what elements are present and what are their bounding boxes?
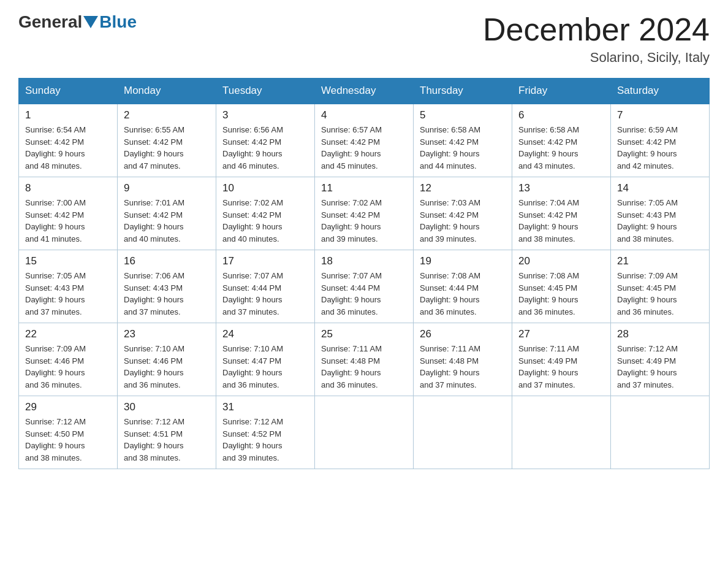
calendar-header-row: SundayMondayTuesdayWednesdayThursdayFrid… bbox=[19, 79, 710, 104]
page-header: General Blue December 2024 Solarino, Sic… bbox=[18, 12, 710, 66]
calendar-day-header: Sunday bbox=[19, 79, 118, 104]
calendar-day-cell: 16Sunrise: 7:06 AMSunset: 4:43 PMDayligh… bbox=[118, 250, 216, 323]
calendar-day-cell: 27Sunrise: 7:11 AMSunset: 4:49 PMDayligh… bbox=[512, 323, 611, 396]
calendar-day-cell: 5Sunrise: 6:58 AMSunset: 4:42 PMDaylight… bbox=[414, 104, 512, 177]
day-number: 30 bbox=[124, 401, 210, 413]
day-info: Sunrise: 7:05 AMSunset: 4:43 PMDaylight:… bbox=[25, 270, 111, 318]
day-info: Sunrise: 7:05 AMSunset: 4:43 PMDaylight:… bbox=[617, 197, 703, 245]
month-title: December 2024 bbox=[483, 12, 710, 47]
calendar-day-header: Friday bbox=[512, 79, 611, 104]
day-number: 25 bbox=[321, 328, 407, 340]
day-number: 16 bbox=[124, 255, 210, 267]
day-number: 19 bbox=[420, 255, 506, 267]
logo-triangle-icon bbox=[83, 16, 98, 28]
calendar-day-cell: 19Sunrise: 7:08 AMSunset: 4:44 PMDayligh… bbox=[414, 250, 512, 323]
day-number: 9 bbox=[124, 182, 210, 194]
day-info: Sunrise: 7:04 AMSunset: 4:42 PMDaylight:… bbox=[518, 197, 604, 245]
calendar-day-cell: 21Sunrise: 7:09 AMSunset: 4:45 PMDayligh… bbox=[611, 250, 710, 323]
day-number: 14 bbox=[617, 182, 703, 194]
day-info: Sunrise: 7:09 AMSunset: 4:46 PMDaylight:… bbox=[25, 343, 111, 391]
calendar-day-cell bbox=[512, 396, 611, 469]
day-info: Sunrise: 7:08 AMSunset: 4:45 PMDaylight:… bbox=[518, 270, 604, 318]
calendar-day-cell: 9Sunrise: 7:01 AMSunset: 4:42 PMDaylight… bbox=[118, 177, 216, 250]
day-number: 17 bbox=[222, 255, 308, 267]
day-number: 28 bbox=[617, 328, 703, 340]
day-number: 27 bbox=[518, 328, 604, 340]
calendar-day-cell: 6Sunrise: 6:58 AMSunset: 4:42 PMDaylight… bbox=[512, 104, 611, 177]
day-info: Sunrise: 7:02 AMSunset: 4:42 PMDaylight:… bbox=[321, 197, 407, 245]
calendar-day-cell: 3Sunrise: 6:56 AMSunset: 4:42 PMDaylight… bbox=[216, 104, 315, 177]
calendar-day-header: Thursday bbox=[414, 79, 512, 104]
day-info: Sunrise: 7:03 AMSunset: 4:42 PMDaylight:… bbox=[420, 197, 506, 245]
calendar-day-header: Tuesday bbox=[216, 79, 315, 104]
day-info: Sunrise: 7:12 AMSunset: 4:51 PMDaylight:… bbox=[124, 416, 210, 464]
calendar-day-cell: 24Sunrise: 7:10 AMSunset: 4:47 PMDayligh… bbox=[216, 323, 315, 396]
calendar-day-cell: 11Sunrise: 7:02 AMSunset: 4:42 PMDayligh… bbox=[315, 177, 414, 250]
calendar-day-cell bbox=[315, 396, 414, 469]
day-number: 29 bbox=[25, 401, 111, 413]
day-info: Sunrise: 7:12 AMSunset: 4:52 PMDaylight:… bbox=[222, 416, 308, 464]
day-info: Sunrise: 6:58 AMSunset: 4:42 PMDaylight:… bbox=[518, 124, 604, 172]
calendar-day-cell: 10Sunrise: 7:02 AMSunset: 4:42 PMDayligh… bbox=[216, 177, 315, 250]
calendar-day-cell: 23Sunrise: 7:10 AMSunset: 4:46 PMDayligh… bbox=[118, 323, 216, 396]
day-number: 22 bbox=[25, 328, 111, 340]
day-number: 6 bbox=[518, 109, 604, 121]
calendar-day-cell: 1Sunrise: 6:54 AMSunset: 4:42 PMDaylight… bbox=[19, 104, 118, 177]
logo-blue-text: Blue bbox=[99, 12, 137, 32]
calendar-day-cell: 12Sunrise: 7:03 AMSunset: 4:42 PMDayligh… bbox=[414, 177, 512, 250]
day-info: Sunrise: 7:02 AMSunset: 4:42 PMDaylight:… bbox=[222, 197, 308, 245]
day-number: 5 bbox=[420, 109, 506, 121]
day-info: Sunrise: 7:07 AMSunset: 4:44 PMDaylight:… bbox=[222, 270, 308, 318]
day-number: 4 bbox=[321, 109, 407, 121]
calendar-day-cell: 15Sunrise: 7:05 AMSunset: 4:43 PMDayligh… bbox=[19, 250, 118, 323]
day-number: 31 bbox=[222, 401, 308, 413]
calendar-day-cell: 13Sunrise: 7:04 AMSunset: 4:42 PMDayligh… bbox=[512, 177, 611, 250]
calendar-day-cell: 17Sunrise: 7:07 AMSunset: 4:44 PMDayligh… bbox=[216, 250, 315, 323]
day-number: 18 bbox=[321, 255, 407, 267]
day-info: Sunrise: 7:10 AMSunset: 4:47 PMDaylight:… bbox=[222, 343, 308, 391]
day-info: Sunrise: 7:11 AMSunset: 4:49 PMDaylight:… bbox=[518, 343, 604, 391]
day-number: 7 bbox=[617, 109, 703, 121]
calendar-day-cell: 31Sunrise: 7:12 AMSunset: 4:52 PMDayligh… bbox=[216, 396, 315, 469]
day-info: Sunrise: 6:57 AMSunset: 4:42 PMDaylight:… bbox=[321, 124, 407, 172]
location-subtitle: Solarino, Sicily, Italy bbox=[483, 50, 710, 66]
day-number: 21 bbox=[617, 255, 703, 267]
calendar-day-cell: 28Sunrise: 7:12 AMSunset: 4:49 PMDayligh… bbox=[611, 323, 710, 396]
day-number: 15 bbox=[25, 255, 111, 267]
calendar-day-cell: 29Sunrise: 7:12 AMSunset: 4:50 PMDayligh… bbox=[19, 396, 118, 469]
day-info: Sunrise: 6:56 AMSunset: 4:42 PMDaylight:… bbox=[222, 124, 308, 172]
calendar-week-row: 15Sunrise: 7:05 AMSunset: 4:43 PMDayligh… bbox=[19, 250, 710, 323]
day-info: Sunrise: 7:07 AMSunset: 4:44 PMDaylight:… bbox=[321, 270, 407, 318]
day-number: 20 bbox=[518, 255, 604, 267]
calendar-day-header: Wednesday bbox=[315, 79, 414, 104]
calendar-day-cell: 22Sunrise: 7:09 AMSunset: 4:46 PMDayligh… bbox=[19, 323, 118, 396]
calendar-week-row: 29Sunrise: 7:12 AMSunset: 4:50 PMDayligh… bbox=[19, 396, 710, 469]
day-number: 2 bbox=[124, 109, 210, 121]
day-info: Sunrise: 6:58 AMSunset: 4:42 PMDaylight:… bbox=[420, 124, 506, 172]
day-info: Sunrise: 7:11 AMSunset: 4:48 PMDaylight:… bbox=[420, 343, 506, 391]
day-info: Sunrise: 7:01 AMSunset: 4:42 PMDaylight:… bbox=[124, 197, 210, 245]
day-info: Sunrise: 7:12 AMSunset: 4:50 PMDaylight:… bbox=[25, 416, 111, 464]
calendar-day-header: Saturday bbox=[611, 79, 710, 104]
day-info: Sunrise: 7:11 AMSunset: 4:48 PMDaylight:… bbox=[321, 343, 407, 391]
title-area: December 2024 Solarino, Sicily, Italy bbox=[483, 12, 710, 66]
calendar-day-header: Monday bbox=[118, 79, 216, 104]
day-number: 23 bbox=[124, 328, 210, 340]
day-number: 10 bbox=[222, 182, 308, 194]
day-info: Sunrise: 7:00 AMSunset: 4:42 PMDaylight:… bbox=[25, 197, 111, 245]
day-info: Sunrise: 6:55 AMSunset: 4:42 PMDaylight:… bbox=[124, 124, 210, 172]
calendar-day-cell: 4Sunrise: 6:57 AMSunset: 4:42 PMDaylight… bbox=[315, 104, 414, 177]
day-info: Sunrise: 6:54 AMSunset: 4:42 PMDaylight:… bbox=[25, 124, 111, 172]
calendar-day-cell: 2Sunrise: 6:55 AMSunset: 4:42 PMDaylight… bbox=[118, 104, 216, 177]
calendar-day-cell: 8Sunrise: 7:00 AMSunset: 4:42 PMDaylight… bbox=[19, 177, 118, 250]
day-number: 11 bbox=[321, 182, 407, 194]
calendar-day-cell bbox=[414, 396, 512, 469]
calendar-day-cell bbox=[611, 396, 710, 469]
calendar-week-row: 22Sunrise: 7:09 AMSunset: 4:46 PMDayligh… bbox=[19, 323, 710, 396]
day-number: 12 bbox=[420, 182, 506, 194]
calendar-day-cell: 25Sunrise: 7:11 AMSunset: 4:48 PMDayligh… bbox=[315, 323, 414, 396]
day-info: Sunrise: 7:12 AMSunset: 4:49 PMDaylight:… bbox=[617, 343, 703, 391]
day-number: 13 bbox=[518, 182, 604, 194]
calendar-day-cell: 30Sunrise: 7:12 AMSunset: 4:51 PMDayligh… bbox=[118, 396, 216, 469]
day-info: Sunrise: 7:09 AMSunset: 4:45 PMDaylight:… bbox=[617, 270, 703, 318]
